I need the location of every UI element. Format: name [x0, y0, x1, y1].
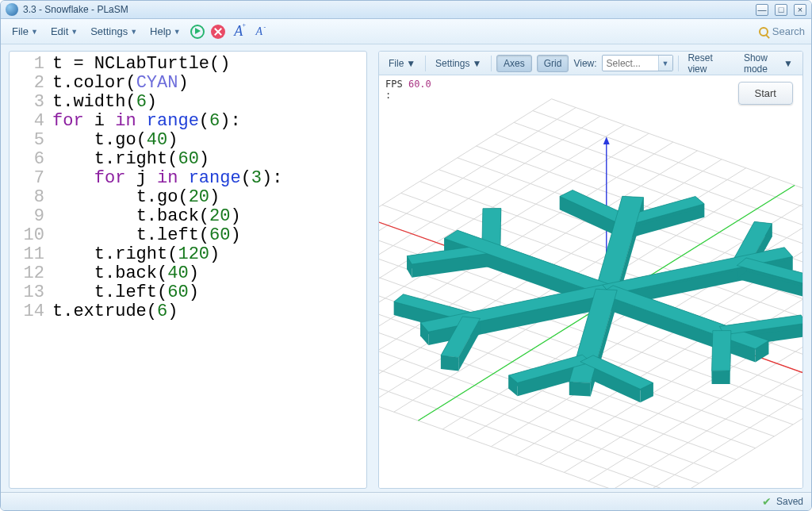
- line-number: 11: [10, 245, 52, 264]
- close-button[interactable]: ×: [794, 4, 806, 16]
- viewer-menu-settings[interactable]: Settings▼: [431, 56, 486, 71]
- code-line[interactable]: 1t = NCLabTurtle(): [10, 55, 366, 74]
- view-label: View:: [573, 58, 596, 69]
- start-button[interactable]: Start: [738, 82, 793, 105]
- menu-settings[interactable]: Settings▼: [86, 22, 142, 40]
- font-larger-icon: A+: [234, 23, 243, 40]
- search-label: Search: [772, 25, 805, 37]
- code-line[interactable]: 9 t.back(20): [10, 207, 366, 226]
- line-number: 14: [10, 302, 52, 321]
- menu-edit-label: Edit: [51, 25, 68, 37]
- line-number: 8: [10, 188, 52, 207]
- code-line[interactable]: 8 t.go(20): [10, 188, 366, 207]
- menu-settings-label: Settings: [90, 25, 128, 37]
- stop-button[interactable]: [209, 23, 227, 40]
- font-smaller-button[interactable]: A-: [251, 23, 268, 40]
- play-icon: [190, 25, 205, 39]
- line-number: 12: [10, 264, 52, 283]
- menubar: File▼ Edit▼ Settings▼ Help▼ A+ A- Search: [1, 19, 811, 44]
- font-smaller-icon: A-: [256, 25, 263, 38]
- toggle-axes[interactable]: Axes: [496, 55, 532, 72]
- titlebar: 3.3 - Snowflake - PLaSM — □ ×: [1, 1, 811, 19]
- chevron-down-icon[interactable]: ▼: [658, 56, 672, 71]
- fps-display: FPS 60.0:: [385, 79, 431, 101]
- code-line[interactable]: 4for i in range(6):: [10, 112, 366, 131]
- code-line[interactable]: 10 t.left(60): [10, 226, 366, 245]
- line-number: 4: [10, 112, 52, 131]
- render-canvas: [379, 75, 802, 488]
- line-number: 13: [10, 283, 52, 302]
- line-number: 10: [10, 226, 52, 245]
- statusbar: ✔ Saved: [1, 492, 811, 510]
- menu-file[interactable]: File▼: [7, 22, 43, 40]
- line-number: 2: [10, 74, 52, 93]
- code-line[interactable]: 11 t.right(120): [10, 245, 366, 264]
- code-line[interactable]: 12 t.back(40): [10, 264, 366, 283]
- toggle-grid[interactable]: Grid: [537, 55, 569, 72]
- code-line[interactable]: 14t.extrude(6): [10, 302, 366, 321]
- line-number: 9: [10, 207, 52, 226]
- line-number: 6: [10, 150, 52, 169]
- font-larger-button[interactable]: A+: [230, 23, 247, 40]
- content-area: 1t = NCLabTurtle()2t.color(CYAN)3t.width…: [1, 44, 811, 492]
- minimize-button[interactable]: —: [756, 4, 768, 16]
- status-saved: Saved: [776, 496, 803, 507]
- viewer-panel: File▼ Settings▼ Axes Grid View: ▼ Reset …: [378, 51, 803, 489]
- code-line[interactable]: 6 t.right(60): [10, 150, 366, 169]
- window-title: 3.3 - Snowflake - PLaSM: [23, 4, 749, 15]
- view-select-input[interactable]: [603, 58, 658, 69]
- line-number: 3: [10, 93, 52, 112]
- code-editor[interactable]: 1t = NCLabTurtle()2t.color(CYAN)3t.width…: [9, 51, 367, 489]
- menu-file-label: File: [12, 25, 29, 37]
- menu-edit[interactable]: Edit▼: [46, 22, 82, 40]
- check-icon: ✔: [762, 495, 772, 508]
- search-icon: [759, 27, 768, 36]
- stop-icon: [211, 25, 225, 39]
- viewer-toolbar: File▼ Settings▼ Axes Grid View: ▼ Reset …: [379, 52, 802, 75]
- reset-view-button[interactable]: Reset view: [683, 51, 730, 77]
- code-line[interactable]: 7 for j in range(3):: [10, 169, 366, 188]
- app-window: 3.3 - Snowflake - PLaSM — □ × File▼ Edit…: [0, 0, 812, 511]
- menu-help[interactable]: Help▼: [145, 22, 186, 40]
- run-button[interactable]: [189, 23, 206, 40]
- viewer-3d[interactable]: FPS 60.0: Start: [379, 75, 802, 488]
- app-logo-icon: [6, 3, 18, 16]
- maximize-button[interactable]: □: [775, 4, 787, 16]
- show-mode-menu[interactable]: Show mode▼: [739, 51, 798, 77]
- line-number: 5: [10, 131, 52, 150]
- line-number: 1: [10, 55, 52, 74]
- search-button[interactable]: Search: [759, 25, 805, 37]
- view-select[interactable]: ▼: [602, 55, 673, 71]
- svg-line-41: [661, 271, 802, 488]
- line-number: 7: [10, 169, 52, 188]
- code-line[interactable]: 2t.color(CYAN): [10, 74, 366, 93]
- menu-help-label: Help: [150, 25, 171, 37]
- code-line[interactable]: 3t.width(6): [10, 93, 366, 112]
- code-line[interactable]: 13 t.left(60): [10, 283, 366, 302]
- code-line[interactable]: 5 t.go(40): [10, 131, 366, 150]
- viewer-menu-file[interactable]: File▼: [384, 56, 420, 71]
